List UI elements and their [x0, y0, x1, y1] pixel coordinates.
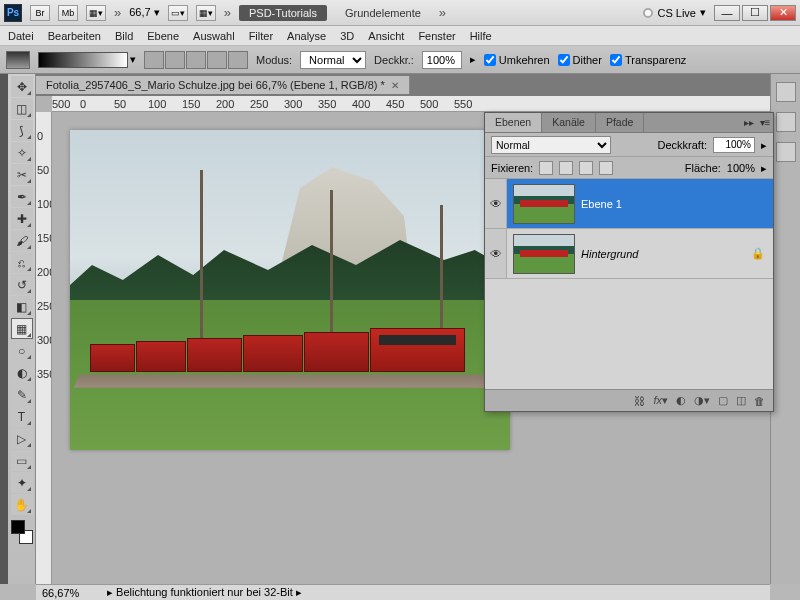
dodge-tool[interactable]: ◐ — [11, 362, 33, 383]
menu-bearbeiten[interactable]: Bearbeiten — [48, 30, 101, 42]
visibility-toggle[interactable]: 👁 — [485, 229, 507, 278]
close-button[interactable]: ✕ — [770, 5, 796, 21]
move-tool[interactable]: ✥ — [11, 76, 33, 97]
delete-layer-button[interactable]: 🗑 — [754, 395, 765, 407]
reverse-checkbox[interactable]: Umkehren — [484, 54, 550, 66]
dither-checkbox[interactable]: Dither — [558, 54, 602, 66]
path-select-tool[interactable]: ▷ — [11, 428, 33, 449]
tab-close-icon[interactable]: ✕ — [391, 80, 399, 91]
menu-bild[interactable]: Bild — [115, 30, 133, 42]
foreground-color[interactable] — [11, 520, 25, 534]
opacity-value[interactable]: 100% — [422, 51, 462, 69]
menu-analyse[interactable]: Analyse — [287, 30, 326, 42]
photoshop-icon: Ps — [4, 4, 22, 22]
view-extras-button[interactable]: ▭▾ — [168, 5, 188, 21]
menu-datei[interactable]: Datei — [8, 30, 34, 42]
opacity-label: Deckkr.: — [374, 54, 414, 66]
lock-pixels-button[interactable] — [559, 161, 573, 175]
eyedropper-tool[interactable]: ✒ — [11, 186, 33, 207]
panel-collapse-icon[interactable]: ▸▸ — [741, 113, 757, 132]
lock-position-button[interactable] — [579, 161, 593, 175]
layer-blend-select[interactable]: Normal — [491, 136, 611, 154]
layer-name[interactable]: Ebene 1 — [581, 198, 773, 210]
menu-filter[interactable]: Filter — [249, 30, 273, 42]
visibility-toggle[interactable]: 👁 — [485, 179, 507, 228]
minimize-button[interactable]: — — [714, 5, 740, 21]
menu-ansicht[interactable]: Ansicht — [368, 30, 404, 42]
blend-mode-select[interactable]: Normal — [300, 51, 366, 69]
workspace-grundelemente[interactable]: Grundelemente — [335, 5, 431, 21]
fill-label: Fläche: — [685, 162, 721, 174]
new-layer-button[interactable]: ◫ — [736, 394, 746, 407]
type-tool[interactable]: T — [11, 406, 33, 427]
layer-thumbnail[interactable] — [513, 234, 575, 274]
stamp-tool[interactable]: ⎌ — [11, 252, 33, 273]
transparency-checkbox[interactable]: Transparenz — [610, 54, 686, 66]
minibridge-button[interactable]: Mb — [58, 5, 78, 21]
toolbox: ✥ ◫ ⟆ ✧ ✂ ✒ ✚ 🖌 ⎌ ↺ ◧ ▦ ○ ◐ ✎ T ▷ ▭ ✦ ✋ — [8, 74, 36, 584]
cs-live-button[interactable]: CS Live ▾ — [643, 6, 706, 19]
layer-fx-button[interactable]: fx▾ — [653, 394, 668, 407]
hand-tool[interactable]: ✋ — [11, 494, 33, 515]
layer-thumbnail[interactable] — [513, 184, 575, 224]
document-image — [70, 130, 510, 450]
layer-mask-button[interactable]: ◐ — [676, 394, 686, 407]
eraser-tool[interactable]: ◧ — [11, 296, 33, 317]
adjustment-layer-button[interactable]: ◑▾ — [694, 394, 710, 407]
dock-icon-swatches[interactable] — [776, 82, 796, 102]
titlebar: Ps Br Mb ▦▾ » 66,7 ▾ ▭▾ ▦▾ » PSD-Tutoria… — [0, 0, 800, 26]
gradient-picker[interactable]: ▾ — [38, 52, 136, 68]
tool-preset-button[interactable] — [6, 51, 30, 69]
lasso-tool[interactable]: ⟆ — [11, 120, 33, 141]
bridge-button[interactable]: Br — [30, 5, 50, 21]
menu-3d[interactable]: 3D — [340, 30, 354, 42]
layer-opacity-value[interactable]: 100% — [713, 137, 755, 153]
maximize-button[interactable]: ☐ — [742, 5, 768, 21]
menu-fenster[interactable]: Fenster — [418, 30, 455, 42]
history-brush-tool[interactable]: ↺ — [11, 274, 33, 295]
3d-tool[interactable]: ✦ — [11, 472, 33, 493]
layer-item[interactable]: 👁 Hintergrund 🔒 — [485, 229, 773, 279]
screen-mode-button[interactable]: ▦▾ — [86, 5, 106, 21]
lock-label: Fixieren: — [491, 162, 533, 174]
panel-menu-icon[interactable]: ▾≡ — [757, 113, 773, 132]
dock-icon-masks[interactable] — [776, 142, 796, 162]
shape-tool[interactable]: ▭ — [11, 450, 33, 471]
gradient-linear-button[interactable] — [144, 51, 164, 69]
workspace-psd-tutorials[interactable]: PSD-Tutorials — [239, 5, 327, 21]
dock-icon-adjustments[interactable] — [776, 112, 796, 132]
layer-name[interactable]: Hintergrund — [581, 248, 751, 260]
gradient-tool[interactable]: ▦ — [11, 318, 33, 339]
link-layers-button[interactable]: ⛓ — [634, 395, 645, 407]
lock-all-button[interactable] — [599, 161, 613, 175]
zoom-label[interactable]: 66,7 ▾ — [129, 6, 159, 19]
marquee-tool[interactable]: ◫ — [11, 98, 33, 119]
gradient-preview — [38, 52, 128, 68]
gradient-angle-button[interactable] — [186, 51, 206, 69]
panel-tab-pfade[interactable]: Pfade — [596, 113, 644, 132]
lock-transparent-button[interactable] — [539, 161, 553, 175]
menu-hilfe[interactable]: Hilfe — [470, 30, 492, 42]
status-zoom[interactable]: 66,67% — [42, 587, 97, 599]
menu-auswahl[interactable]: Auswahl — [193, 30, 235, 42]
magic-wand-tool[interactable]: ✧ — [11, 142, 33, 163]
panel-tab-ebenen[interactable]: Ebenen — [485, 113, 542, 132]
crop-tool[interactable]: ✂ — [11, 164, 33, 185]
fill-value[interactable]: 100% — [727, 162, 755, 174]
left-collapse-strip[interactable] — [0, 74, 8, 584]
layer-group-button[interactable]: ▢ — [718, 394, 728, 407]
brush-tool[interactable]: 🖌 — [11, 230, 33, 251]
heal-tool[interactable]: ✚ — [11, 208, 33, 229]
document-tab[interactable]: Fotolia_2957406_S_Mario Schulze.jpg bei … — [36, 76, 410, 94]
panel-tab-kanaele[interactable]: Kanäle — [542, 113, 596, 132]
arrange-button[interactable]: ▦▾ — [196, 5, 216, 21]
color-swatches[interactable] — [11, 520, 33, 544]
pen-tool[interactable]: ✎ — [11, 384, 33, 405]
gradient-reflected-button[interactable] — [207, 51, 227, 69]
gradient-radial-button[interactable] — [165, 51, 185, 69]
gradient-diamond-button[interactable] — [228, 51, 248, 69]
blur-tool[interactable]: ○ — [11, 340, 33, 361]
options-bar: ▾ Modus: Normal Deckkr.: 100%▸ Umkehren … — [0, 46, 800, 74]
menu-ebene[interactable]: Ebene — [147, 30, 179, 42]
layer-item[interactable]: 👁 Ebene 1 — [485, 179, 773, 229]
